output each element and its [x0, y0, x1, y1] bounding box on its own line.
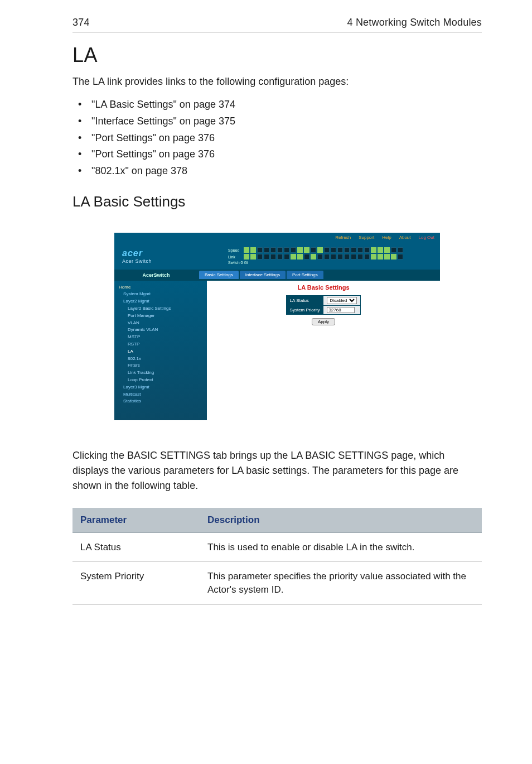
nav-item-dynamic-vlan[interactable]: Dynamic VLAN: [119, 326, 202, 334]
smallcaps-basic-settings: BASIC SETTINGS: [127, 450, 210, 461]
embedded-screenshot: Refresh Support Help About Log Out acer …: [114, 233, 440, 420]
screenshot-header: acer Acer Switch Speed Link Switch 0 Gi: [114, 243, 440, 270]
screenshot-topbar: Refresh Support Help About Log Out: [114, 233, 440, 243]
port-status-grid: Speed Link Switch 0 Gi: [228, 247, 403, 265]
tab-port-settings[interactable]: Port Settings: [287, 271, 323, 279]
la-status-select[interactable]: Disabled: [327, 297, 357, 304]
desc-cell: This parameter specifies the priority va…: [200, 562, 482, 605]
port-row-label: Switch 0 Gi: [228, 261, 257, 265]
form-label-system-priority: System Priority: [286, 305, 323, 314]
list-item: "Port Settings" on page 376: [72, 146, 482, 163]
smallcaps-la-basic-settings: LA BASIC SETTINGS: [291, 450, 388, 461]
system-priority-input[interactable]: [327, 307, 355, 313]
table-row: System Priority This parameter specifies…: [72, 562, 482, 605]
nav-item-vlan[interactable]: VLAN: [119, 320, 202, 327]
nav-item-l2-basic[interactable]: Layer2 Basic Settings: [119, 305, 202, 313]
nav-item-layer3-mgmt[interactable]: Layer3 Mgmt: [119, 384, 202, 391]
topbar-about[interactable]: About: [399, 235, 411, 240]
topbar-logout[interactable]: Log Out: [419, 235, 434, 240]
param-cell: System Priority: [72, 562, 200, 605]
page-number: 374: [72, 17, 90, 28]
figure-caption-paragraph: Clicking the BASIC SETTINGS tab brings u…: [72, 448, 482, 493]
column-header-parameter: Parameter: [72, 508, 200, 533]
list-item: "802.1x" on page 378: [72, 163, 482, 180]
screenshot-tabstrip: AcerSwitch Basic Settings Interface Sett…: [114, 270, 440, 281]
page-title: LA: [72, 44, 482, 67]
list-item: "Interface Settings" on page 375: [72, 113, 482, 130]
nav-item-802-1x[interactable]: 802.1x: [119, 355, 202, 363]
intro-paragraph: The LA link provides links to the follow…: [72, 75, 482, 89]
nav-tree: Home System Mgmt Layer2 Mgmt Layer2 Basi…: [114, 281, 207, 420]
subsection-title: LA Basic Settings: [72, 193, 482, 210]
nav-item-loop-protect[interactable]: Loop Protect: [119, 377, 202, 384]
link-list: "LA Basic Settings" on page 374 "Interfa…: [72, 97, 482, 179]
parameter-table: Parameter Description LA Status This is …: [72, 508, 482, 605]
brand-sub: Acer Switch: [122, 258, 206, 264]
nav-item-multicast[interactable]: Multicast: [119, 391, 202, 398]
running-header: 374 4 Networking Switch Modules: [72, 17, 482, 28]
nav-item-mstp[interactable]: MSTP: [119, 334, 202, 341]
content-title: LA Basic Settings: [297, 284, 349, 291]
content-panel: LA Basic Settings LA Status Disabled Sys…: [207, 281, 440, 420]
apply-button[interactable]: Apply: [312, 318, 335, 325]
form-label-la-status: LA Status: [286, 295, 323, 305]
nav-item-filters[interactable]: Filters: [119, 362, 202, 369]
topbar-support[interactable]: Support: [359, 235, 374, 240]
param-cell: LA Status: [72, 532, 200, 562]
desc-cell: This is used to enable or disable LA in …: [200, 532, 482, 562]
tab-basic-settings[interactable]: Basic Settings: [199, 271, 239, 279]
nav-item-link-tracking[interactable]: Link Tracking: [119, 369, 202, 377]
brand: acer Acer Switch: [114, 248, 206, 264]
nav-item-statistics[interactable]: Statistics: [119, 398, 202, 405]
nav-item-la[interactable]: LA: [119, 348, 202, 355]
chapter-title: 4 Networking Switch Modules: [347, 17, 482, 28]
port-row-label: Speed: [228, 248, 243, 252]
nav-item-rstp[interactable]: RSTP: [119, 341, 202, 348]
nav-panel-title: AcerSwitch: [114, 272, 198, 278]
nav-item-system-mgmt[interactable]: System Mgmt: [119, 291, 202, 298]
table-row: LA Status This is used to enable or disa…: [72, 532, 482, 562]
topbar-refresh[interactable]: Refresh: [335, 235, 351, 240]
topbar-help[interactable]: Help: [382, 235, 391, 240]
list-item: "Port Settings" on page 376: [72, 130, 482, 147]
nav-item-port-manager[interactable]: Port Manager: [119, 313, 202, 320]
nav-item-home[interactable]: Home: [119, 284, 202, 291]
header-rule: [72, 32, 482, 32]
port-row-label: Link: [228, 255, 243, 259]
tab-interface-settings[interactable]: Interface Settings: [240, 271, 286, 279]
nav-item-layer2-mgmt[interactable]: Layer2 Mgmt: [119, 298, 202, 305]
settings-form: LA Status Disabled System Priority: [286, 295, 361, 315]
brand-title: acer: [122, 248, 206, 258]
list-item: "LA Basic Settings" on page 374: [72, 97, 482, 113]
column-header-description: Description: [200, 508, 482, 533]
